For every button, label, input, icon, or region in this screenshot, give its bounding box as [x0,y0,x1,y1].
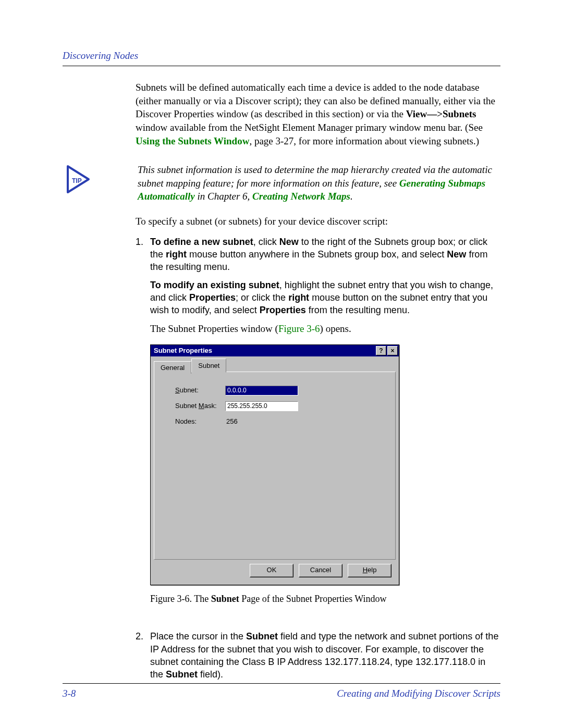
svg-text:TIP: TIP [72,177,82,184]
step-body: To define a new subnet, click New to the… [150,236,500,623]
text: Page of the Subnet Properties Window [239,594,387,604]
text: Subnet [175,402,199,410]
tab-panel-subnet: Subnet: 0.0.0.0 Subnet Mask: 255.255.255… [154,372,396,560]
help-icon: ? [379,347,383,355]
body-column: To specify a subnet (or subnets) for you… [136,215,500,681]
text: Subnet [211,594,239,604]
section-title-footer: Creating and Modifying Discover Scripts [337,688,500,699]
step-body: Place the cursor in the Subnet field and… [150,630,500,681]
text: ) opens. [320,323,351,334]
text: , click [253,237,279,247]
subnet-label: Subnet: [175,386,225,395]
text: right [166,249,187,260]
subnet-properties-dialog: Subnet Properties ? × General Subnet [150,344,399,585]
step-1: 1. To define a new subnet, click New to … [136,236,500,623]
text: Properties [260,305,306,315]
dialog-title: Subnet Properties [154,346,212,355]
dialog-titlebar: Subnet Properties ? × [151,345,399,356]
text: Subnet [166,669,198,680]
close-icon: × [390,347,394,355]
text: mouse button anywhere in the Subnets gro… [187,249,447,260]
paragraph-lead: To specify a subnet (or subnets) for you… [136,215,500,228]
tip-text: This subnet information is used to deter… [138,163,500,203]
text: To define a new subnet [150,237,253,247]
text: The Subnet Properties window ( [150,323,278,334]
text: Place the cursor in the [150,631,246,641]
text: , page 3-27, for more information about … [249,135,479,146]
paragraph-subnets-intro: Subnets will be defined automatically ea… [136,81,500,147]
text: field). [198,669,223,680]
text: window available from the NetSight Eleme… [136,122,483,133]
text: elp [368,566,376,574]
text: New [279,237,299,247]
text: To modify an existing subnet [150,280,279,290]
figure-caption: Figure 3-6. The Subnet Page of the Subne… [150,593,500,605]
text: New [447,249,466,260]
subnet-mask-input[interactable]: 255.255.255.0 [225,401,298,411]
cancel-button[interactable]: Cancel [299,564,342,577]
document-page: Discovering Nodes Subnets will be define… [0,0,563,728]
tab-general[interactable]: General [154,361,191,374]
text: ask: [204,402,217,410]
page-number: 3-8 [63,688,76,699]
text: ; or click the [236,292,288,303]
step-number: 2. [136,630,150,681]
text: S [175,386,180,394]
step-number: 1. [136,236,150,623]
text: from the resulting menu. [306,305,410,315]
figure-reference-link[interactable]: Figure 3-6 [278,323,320,334]
dialog-button-row: OK Cancel Help [154,560,396,582]
tip-callout: TIP This subnet information is used to d… [63,163,500,203]
text: right [288,292,309,303]
dialog-close-button[interactable]: × [387,346,398,355]
field-row-subnet: Subnet: 0.0.0.0 [175,385,385,396]
figure-3-6: Subnet Properties ? × General Subnet [150,344,500,585]
cross-reference-link[interactable]: Using the Subnets Window [136,135,249,146]
menu-path-text: View—>Subnets [406,108,476,119]
text: Figure 3-6. The [150,594,211,604]
tab-subnet[interactable]: Subnet [191,359,226,373]
subnet-input[interactable]: 0.0.0.0 [225,386,298,396]
text: H [363,566,368,574]
cross-reference-link[interactable]: Creating Network Maps [252,191,350,202]
subnet-mask-label: Subnet Mask: [175,401,225,411]
dialog-help-button[interactable]: ? [376,346,386,355]
ordered-steps: 1. To define a new subnet, click New to … [136,236,500,681]
text: u [180,386,183,394]
body-column: Subnets will be defined automatically ea… [136,81,500,147]
text: Subnet [246,631,278,641]
text: in Chapter 6, [195,191,252,202]
text: M [199,402,204,410]
ok-button[interactable]: OK [250,564,293,577]
header-rule: Discovering Nodes [63,51,500,66]
dialog-body: General Subnet Subnet: 0.0.0.0 [151,356,399,585]
tip-icon: TIP [63,163,94,194]
nodes-label: Nodes: [175,417,225,426]
step-2: 2. Place the cursor in the Subnet field … [136,630,500,681]
help-button[interactable]: Help [348,564,391,577]
tab-strip: General Subnet [154,360,396,372]
field-row-mask: Subnet Mask: 255.255.255.0 [175,400,385,412]
text: bnet: [183,386,199,394]
field-row-nodes: Nodes: 256 [175,416,385,427]
running-header: Discovering Nodes [63,50,500,65]
nodes-value: 256 [225,417,238,426]
text: . [350,191,353,202]
page-footer: 3-8 Creating and Modifying Discover Scri… [63,683,500,699]
text: Properties [189,292,236,303]
